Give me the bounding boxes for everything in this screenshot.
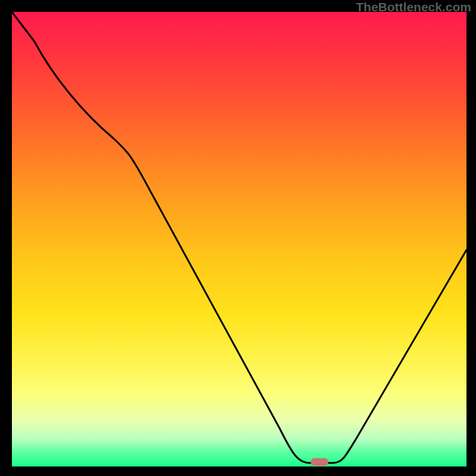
curve-path xyxy=(12,12,466,463)
watermark-text: TheBottleneck.com xyxy=(356,0,471,14)
bottleneck-curve xyxy=(12,12,466,466)
chart-frame: TheBottleneck.com xyxy=(0,0,476,476)
plot-area xyxy=(12,12,466,466)
optimal-marker xyxy=(311,458,328,466)
